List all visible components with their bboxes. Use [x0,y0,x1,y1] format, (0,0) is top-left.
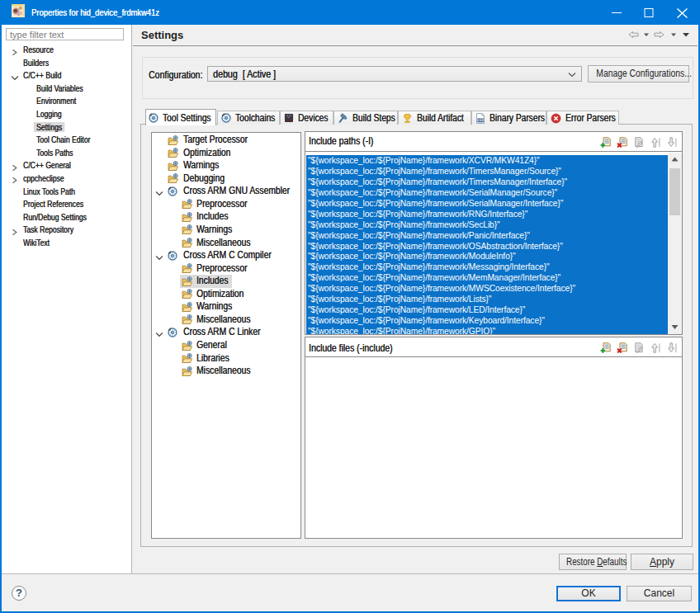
svg-text:010: 010 [477,118,484,122]
